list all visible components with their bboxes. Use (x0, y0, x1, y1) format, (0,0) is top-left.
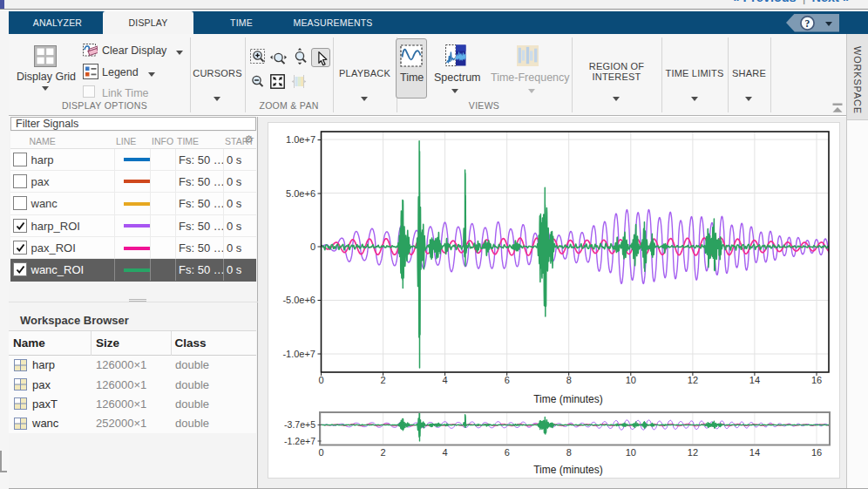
svg-text:?: ? (805, 17, 810, 29)
